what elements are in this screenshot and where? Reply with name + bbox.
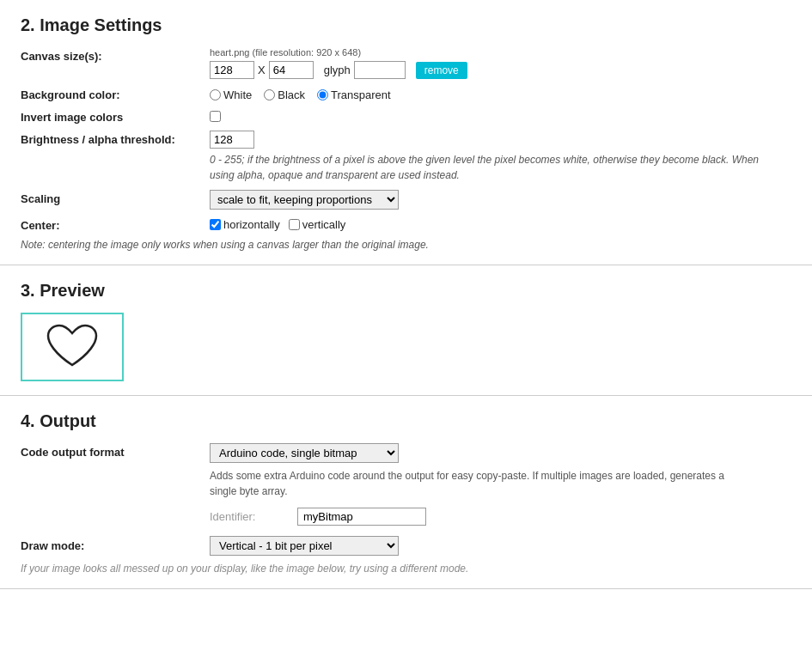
- bg-color-label: Background color:: [21, 86, 210, 101]
- identifier-input[interactable]: [297, 508, 426, 526]
- bg-black-radio[interactable]: [264, 89, 275, 100]
- center-vertically-option[interactable]: vertically: [289, 218, 346, 231]
- identifier-label: Identifier:: [210, 510, 287, 523]
- image-settings-section: 2. Image Settings Canvas size(s): heart.…: [0, 0, 812, 265]
- code-format-label: Code output format: [21, 443, 210, 459]
- scaling-control: scale to fit, keeping proportions scale …: [210, 190, 791, 210]
- bg-color-radio-group: White Black Transparent: [210, 86, 791, 101]
- center-vertically-label: vertically: [302, 218, 346, 231]
- bottom-note: If your image looks all messed up on you…: [21, 563, 791, 575]
- heart-preview-svg: [46, 324, 98, 371]
- identifier-row: Identifier:: [210, 508, 791, 526]
- invert-label: Invert image colors: [21, 108, 210, 124]
- preview-canvas: [21, 313, 124, 381]
- draw-mode-label: Draw mode:: [21, 539, 210, 552]
- canvas-size-controls: heart.png (file resolution: 920 x 648) X…: [210, 47, 791, 79]
- bg-black-label: Black: [278, 88, 305, 101]
- code-format-select[interactable]: Arduino code, single bitmap Arduino code…: [210, 443, 399, 463]
- section2-title: 2. Image Settings: [21, 15, 791, 35]
- center-label: Center:: [21, 216, 210, 232]
- code-format-controls: Arduino code, single bitmap Arduino code…: [210, 443, 791, 526]
- invert-control: [210, 108, 791, 122]
- scaling-select[interactable]: scale to fit, keeping proportions scale …: [210, 190, 399, 210]
- glyph-label: glyph: [324, 64, 351, 76]
- bg-white-option[interactable]: White: [210, 88, 252, 101]
- bg-transparent-radio[interactable]: [317, 89, 328, 100]
- threshold-description: 0 - 255; if the brightness of a pixel is…: [210, 152, 768, 183]
- center-horizontally-option[interactable]: horizontally: [210, 218, 280, 231]
- threshold-input[interactable]: [210, 131, 254, 149]
- section3-title: 3. Preview: [21, 281, 791, 301]
- invert-checkbox-row: [210, 108, 791, 122]
- section4-title: 4. Output: [21, 411, 791, 431]
- canvas-height-input[interactable]: [269, 61, 314, 79]
- cross-symbol: X: [258, 64, 266, 76]
- code-format-description: Adds some extra Arduino code around the …: [210, 468, 725, 499]
- file-info: heart.png (file resolution: 920 x 648): [210, 47, 791, 58]
- output-section: 4. Output Code output format Arduino cod…: [0, 396, 812, 589]
- threshold-row: Brightness / alpha threshold: 0 - 255; i…: [21, 131, 791, 183]
- center-vertically-checkbox[interactable]: [289, 219, 300, 230]
- glyph-input[interactable]: [354, 61, 406, 79]
- bg-black-option[interactable]: Black: [264, 88, 305, 101]
- preview-section: 3. Preview: [0, 265, 812, 396]
- center-row: Center: horizontally vertically: [21, 216, 791, 232]
- canvas-inputs-row: X glyph remove: [210, 61, 791, 79]
- remove-button[interactable]: remove: [416, 62, 467, 79]
- scaling-row: Scaling scale to fit, keeping proportion…: [21, 190, 791, 210]
- canvas-size-label: Canvas size(s):: [21, 47, 210, 63]
- bg-transparent-option[interactable]: Transparent: [317, 88, 391, 101]
- center-note: Note: centering the image only works whe…: [21, 239, 791, 251]
- canvas-size-row: Canvas size(s): heart.png (file resoluti…: [21, 47, 791, 79]
- code-format-row: Code output format Arduino code, single …: [21, 443, 791, 526]
- threshold-label: Brightness / alpha threshold:: [21, 131, 210, 146]
- invert-checkbox[interactable]: [210, 111, 221, 122]
- bg-white-radio[interactable]: [210, 89, 221, 100]
- center-controls: horizontally vertically: [210, 216, 791, 231]
- canvas-width-input[interactable]: [210, 61, 254, 79]
- bg-white-label: White: [223, 88, 252, 101]
- bg-transparent-label: Transparent: [331, 88, 391, 101]
- center-horizontally-checkbox[interactable]: [210, 219, 221, 230]
- bg-color-row: Background color: White Black Transparen…: [21, 86, 791, 101]
- scaling-label: Scaling: [21, 190, 210, 205]
- bg-color-controls: White Black Transparent: [210, 86, 791, 101]
- threshold-controls: 0 - 255; if the brightness of a pixel is…: [210, 131, 791, 183]
- center-horizontally-label: horizontally: [223, 218, 280, 231]
- code-format-desc-text: Adds some extra Arduino code around the …: [210, 470, 724, 497]
- invert-row: Invert image colors: [21, 108, 791, 124]
- draw-mode-row: Draw mode: Vertical - 1 bit per pixel Ho…: [21, 536, 791, 556]
- center-checkbox-row: horizontally vertically: [210, 216, 791, 231]
- draw-mode-select[interactable]: Vertical - 1 bit per pixel Horizontal - …: [210, 536, 399, 556]
